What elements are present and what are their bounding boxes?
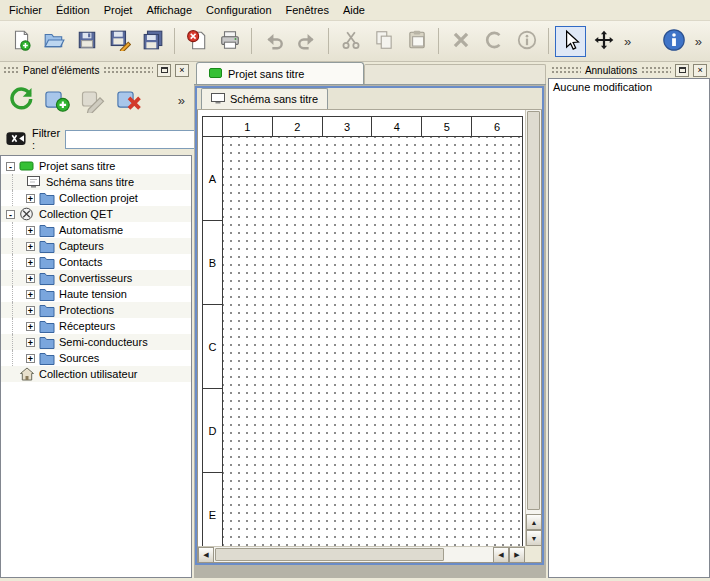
diagram-canvas[interactable]	[223, 137, 522, 557]
scroll-right-button[interactable]: ▶	[509, 547, 525, 563]
tree-item-protections[interactable]: + Protections	[1, 302, 191, 318]
tab-projet-sans-titre[interactable]: Projet sans titre	[196, 62, 364, 84]
expand-icon[interactable]: +	[26, 194, 35, 203]
restore-icon	[679, 67, 686, 73]
menu-configuration[interactable]: Configuration	[199, 0, 278, 20]
undo-icon	[263, 29, 285, 53]
move-mode-button[interactable]	[588, 26, 619, 57]
row-header: A	[203, 137, 222, 221]
expand-icon[interactable]: +	[26, 338, 35, 347]
float-panel-button[interactable]	[675, 64, 689, 77]
redo-button[interactable]	[291, 26, 322, 57]
dock-grip-handle[interactable]	[551, 66, 581, 74]
menu-edition[interactable]: Édition	[49, 0, 97, 20]
help-toolbar-overflow-button[interactable]: »	[691, 34, 706, 49]
horizontal-scrollbar-track[interactable]	[214, 547, 493, 562]
filter-input[interactable]	[65, 130, 215, 149]
folder-icon	[39, 287, 55, 301]
open-file-button[interactable]	[38, 26, 69, 57]
dock-grip-handle[interactable]	[641, 66, 671, 74]
properties-button[interactable]	[511, 26, 542, 57]
edit-element-icon	[79, 85, 107, 115]
expand-icon[interactable]: +	[26, 274, 35, 283]
delete-element-button[interactable]	[111, 82, 147, 118]
float-panel-button[interactable]	[157, 64, 171, 77]
scroll-down-button[interactable]: ▼	[526, 530, 542, 546]
expand-icon[interactable]: +	[26, 242, 35, 251]
redo-icon	[296, 29, 318, 53]
new-document-icon	[10, 29, 32, 53]
print-button[interactable]	[214, 26, 245, 57]
menu-affichage[interactable]: Affichage	[139, 0, 199, 20]
expand-icon[interactable]: +	[26, 290, 35, 299]
close-file-button[interactable]	[181, 26, 212, 57]
empty-tab-area	[364, 64, 546, 84]
save-as-icon	[109, 29, 131, 53]
vertical-scrollbar-buttons: ▲ ▼	[526, 514, 541, 546]
expand-icon[interactable]: +	[26, 306, 35, 315]
tree-item-recepteurs[interactable]: + Récepteurs	[1, 318, 191, 334]
tree-item-capteurs[interactable]: + Capteurs	[1, 238, 191, 254]
menu-aide[interactable]: Aide	[336, 0, 372, 20]
toolbar-overflow-button[interactable]: »	[620, 34, 635, 49]
dock-grip-handle[interactable]	[3, 66, 19, 74]
tree-item-sources[interactable]: + Sources	[1, 350, 191, 366]
menu-fenetres[interactable]: Fenêtres	[279, 0, 336, 20]
tree-item-collection-qet[interactable]: - Collection QET	[1, 206, 191, 222]
dock-grip-handle[interactable]	[103, 66, 153, 74]
info-gray-icon	[516, 29, 538, 53]
copy-button[interactable]	[368, 26, 399, 57]
scroll-left-button[interactable]: ◀	[198, 547, 214, 563]
horizontal-scrollbar[interactable]: ◀ ◀ ▶	[198, 546, 525, 562]
about-button[interactable]	[659, 26, 690, 57]
tree-item-collection-utilisateur[interactable]: Collection utilisateur	[1, 366, 191, 382]
restore-icon	[161, 67, 168, 73]
tree-item-contacts[interactable]: + Contacts	[1, 254, 191, 270]
tree-item-label: Haute tension	[59, 288, 127, 300]
menu-fichier[interactable]: Fichier	[2, 0, 49, 20]
new-document-button[interactable]	[5, 26, 36, 57]
vertical-scrollbar[interactable]: ▲ ▼	[525, 110, 541, 546]
scroll-up-button[interactable]: ▲	[526, 514, 542, 530]
edit-element-button[interactable]	[75, 82, 111, 118]
expand-icon[interactable]: +	[26, 226, 35, 235]
copy-icon	[373, 29, 395, 53]
tree-item-schema-sans-titre[interactable]: Schéma sans titre	[1, 174, 191, 190]
reload-collections-button[interactable]	[3, 82, 39, 118]
expand-icon[interactable]: +	[26, 258, 35, 267]
vertical-scrollbar-thumb[interactable]	[527, 111, 540, 510]
paste-button[interactable]	[401, 26, 432, 57]
cut-button[interactable]	[335, 26, 366, 57]
toolbar-separator	[548, 28, 549, 54]
tree-indent	[12, 254, 22, 270]
save-all-button[interactable]	[137, 26, 168, 57]
horizontal-scrollbar-thumb[interactable]	[215, 548, 444, 561]
tree-item-projet-sans-titre[interactable]: - Projet sans titre	[1, 158, 191, 174]
undo-button[interactable]	[258, 26, 289, 57]
save-as-button[interactable]	[104, 26, 135, 57]
save-button[interactable]	[71, 26, 102, 57]
clear-filter-icon[interactable]	[5, 130, 27, 149]
scroll-left-button-2[interactable]: ◀	[493, 547, 509, 563]
collapse-icon[interactable]: -	[6, 210, 15, 219]
tab-schema-sans-titre[interactable]: Schéma sans titre	[201, 88, 328, 109]
folder-icon	[39, 255, 55, 269]
expand-icon[interactable]: +	[26, 354, 35, 363]
tree-item-automatisme[interactable]: + Automatisme	[1, 222, 191, 238]
undo-empty-message[interactable]: Aucune modification	[553, 81, 705, 93]
rotate-button[interactable]	[478, 26, 509, 57]
tree-item-haute-tension[interactable]: + Haute tension	[1, 286, 191, 302]
collapse-icon[interactable]: -	[6, 162, 15, 171]
tree-item-semi-conducteurs[interactable]: + Semi-conducteurs	[1, 334, 191, 350]
expand-icon[interactable]: +	[26, 322, 35, 331]
select-mode-button[interactable]	[555, 26, 586, 57]
close-panel-button[interactable]: ×	[693, 64, 707, 77]
tree-item-convertisseurs[interactable]: + Convertisseurs	[1, 270, 191, 286]
tree-item-collection-projet[interactable]: + Collection projet	[1, 190, 191, 206]
panel-toolbar-overflow-button[interactable]: »	[174, 93, 189, 108]
new-element-button[interactable]	[39, 82, 75, 118]
delete-button[interactable]	[445, 26, 476, 57]
close-panel-button[interactable]: ×	[175, 64, 189, 77]
undo-panel-titlebar: Annulations ×	[548, 62, 710, 78]
menu-projet[interactable]: Projet	[97, 0, 140, 20]
